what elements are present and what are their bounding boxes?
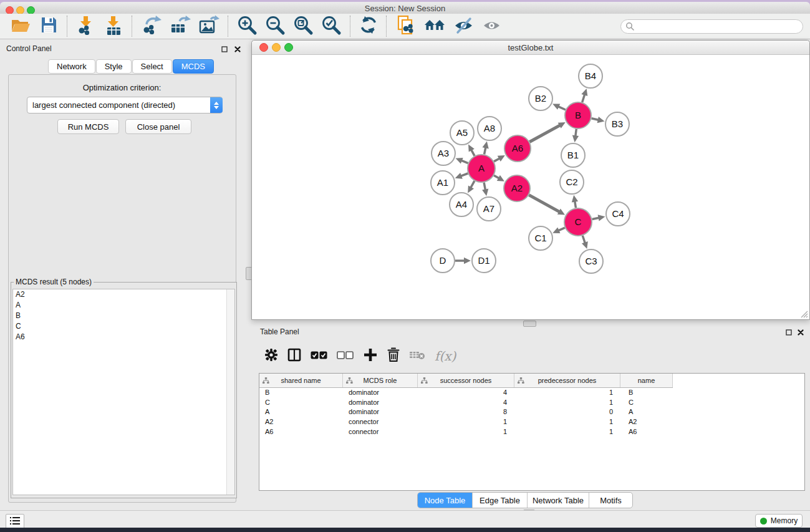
edge-C-C3[interactable] [582,236,585,244]
node-B4[interactable]: B4 [579,64,602,88]
node-D1[interactable]: D1 [472,249,496,273]
svg-text:D: D [440,255,446,266]
edge-arrow-icon [455,173,463,179]
delete-row-button[interactable] [387,345,400,367]
window-resize-grip[interactable] [799,309,808,318]
node-A5[interactable]: A5 [450,121,474,145]
edge-B-B4[interactable] [582,94,585,102]
node-B3[interactable]: B3 [605,112,629,136]
tab-edge-table[interactable]: Edge Table [472,493,527,508]
zoom-out-button[interactable] [261,15,289,37]
node-A6[interactable]: A6 [504,135,531,162]
column-header-shared-name[interactable]: shared name [259,374,343,387]
window-title: Session: New Session [0,4,810,13]
table-row[interactable]: Cdominator41C [259,397,804,407]
edge-A6-B[interactable] [529,125,561,142]
destroy-table-button[interactable] [409,345,425,367]
import-network-button[interactable] [72,15,100,37]
edge-arrow-icon [598,215,605,221]
edge-arrow-icon [482,189,488,196]
node-A[interactable]: A [468,155,495,182]
zoom-selected-button[interactable] [317,15,345,37]
table-panel-float-button[interactable] [784,328,793,337]
result-list-item[interactable]: A [13,300,234,311]
svg-text:A8: A8 [484,123,495,133]
zoom-in-button[interactable] [233,15,261,37]
close-panel-button[interactable]: Close panel [125,119,191,134]
node-A7[interactable]: A7 [477,197,501,221]
table-row[interactable]: A2connector11A2 [259,417,804,427]
open-file-button[interactable] [6,15,35,37]
node-C1[interactable]: C1 [529,226,552,250]
result-scrollbar[interactable] [226,289,234,495]
destroy-table-icon [409,350,425,362]
node-B[interactable]: B [565,102,591,128]
tab-select[interactable]: Select [132,59,172,74]
result-list-item[interactable]: B [13,311,234,321]
table-row[interactable]: A6connector11A6 [259,427,804,437]
edge-arrow-icon [572,135,579,143]
apply-layout-button[interactable] [355,15,382,37]
add-row-button[interactable] [363,345,378,367]
node-B1[interactable]: B1 [561,143,585,167]
node-B2[interactable]: B2 [529,87,552,110]
import-table-button[interactable] [100,15,127,37]
memory-button[interactable]: Memory [755,514,803,528]
node-A4[interactable]: A4 [450,193,473,216]
node-C2[interactable]: C2 [560,170,584,194]
svg-text:B: B [575,110,581,120]
control-panel-float-button[interactable] [220,45,229,54]
result-list-item[interactable]: A6 [13,332,234,342]
save-session-button[interactable] [35,15,62,37]
svg-text:A: A [478,163,485,173]
column-header-MCDS-role[interactable]: MCDS role [343,374,418,387]
search-input[interactable] [620,19,803,34]
home-view-button[interactable] [420,15,450,37]
tab-motifs[interactable]: Motifs [589,493,632,508]
tab-node-table[interactable]: Node Table [418,493,472,508]
export-network-button[interactable] [137,15,166,37]
export-table-button[interactable] [166,15,195,37]
select-all-button[interactable] [311,345,327,367]
zoom-fit-icon [293,15,314,38]
node-C3[interactable]: C3 [579,249,603,273]
node-D[interactable]: D [431,249,455,273]
show-details-button[interactable] [478,15,506,37]
network-canvas[interactable]: B4B2BB3A5A8A6A3AB1A1C2A2A4A7C4CC1C3DD1 [253,55,809,319]
node-A2[interactable]: A2 [504,175,530,201]
node-C4[interactable]: C4 [606,202,630,226]
horizontal-divider-handle[interactable] [523,321,536,327]
result-list-item[interactable]: C [13,321,234,332]
delete-row-icon [387,347,400,365]
deselect-all-button[interactable] [337,345,354,367]
column-header-predecessor-nodes[interactable]: predecessor nodes [514,374,620,387]
function-builder-button[interactable]: f(x) [435,345,456,367]
control-panel-close-button[interactable] [233,45,242,54]
svg-text:A3: A3 [438,148,449,158]
column-header-name[interactable]: name [620,374,673,387]
table-panel-title: Table Panel [260,327,299,336]
export-image-button[interactable] [195,15,223,37]
column-header-successor-nodes[interactable]: successor nodes [418,374,514,387]
node-C[interactable]: C [564,208,592,236]
table-panel-close-button[interactable] [796,328,805,337]
tab-mcds[interactable]: MCDS [173,59,214,74]
table-row[interactable]: Adominator80A [259,407,804,417]
first-neighbors-button[interactable] [392,15,420,37]
table-settings-button[interactable] [264,345,278,367]
run-mcds-button[interactable]: Run MCDS [57,119,119,134]
tab-network-table[interactable]: Network Table [527,493,589,508]
node-A3[interactable]: A3 [432,142,455,165]
hide-details-button[interactable] [450,15,478,37]
edge-A2-C[interactable] [529,195,560,212]
node-A1[interactable]: A1 [431,171,455,195]
node-A8[interactable]: A8 [478,117,501,140]
zoom-fit-button[interactable] [289,15,317,37]
criterion-select[interactable]: largest connected component (directed) [27,97,223,114]
tab-style[interactable]: Style [96,59,132,74]
tab-network[interactable]: Network [48,59,95,74]
table-row[interactable]: Bdominator41B [259,387,804,397]
edge-B-B2[interactable] [557,106,566,110]
result-list-item[interactable]: A2 [13,289,234,300]
toggle-columns-button[interactable] [287,345,301,367]
